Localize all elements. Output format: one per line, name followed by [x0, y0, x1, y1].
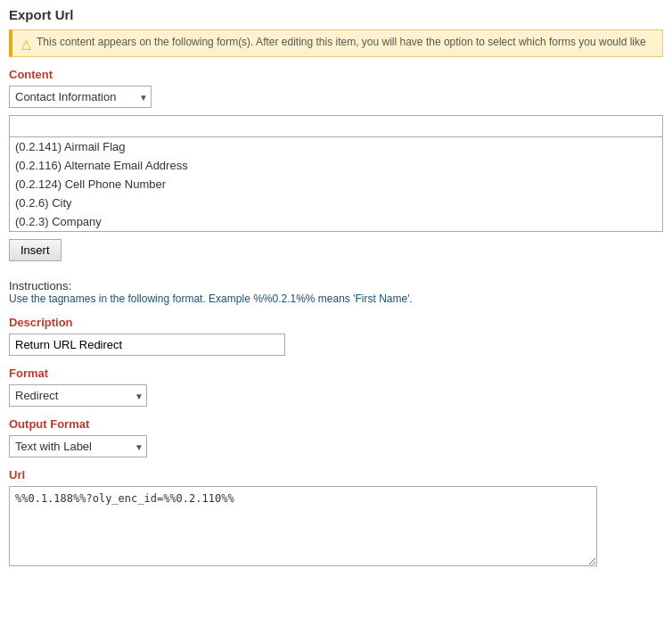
list-item[interactable]: (0.2.124) Cell Phone Number	[10, 175, 662, 194]
content-label: Content	[9, 68, 663, 81]
format-section: Format Redirect ▼	[9, 367, 663, 407]
output-format-label: Output Format	[9, 417, 663, 431]
output-format-section: Output Format Text with Label ▼	[9, 417, 663, 457]
output-format-dropdown-wrapper: Text with Label ▼	[9, 435, 147, 457]
url-label: Url	[9, 468, 663, 482]
description-input[interactable]	[9, 334, 285, 356]
instructions-text: Use the tagnames in the following format…	[9, 293, 663, 305]
url-textarea[interactable]	[9, 486, 597, 566]
description-section: Description	[9, 316, 663, 367]
content-section: Content Contact Information ▼ (0.2.141) …	[9, 68, 663, 270]
search-input[interactable]	[9, 115, 663, 137]
instructions-title: Instructions:	[9, 279, 663, 293]
content-dropdown-wrapper: Contact Information ▼	[9, 86, 152, 108]
warning-banner: △ This content appears on the following …	[9, 29, 663, 57]
format-dropdown-wrapper: Redirect ▼	[9, 384, 147, 407]
description-label: Description	[9, 316, 663, 329]
format-label: Format	[9, 367, 663, 380]
output-format-dropdown[interactable]: Text with Label	[9, 435, 147, 457]
items-listbox: (0.2.141) Airmail Flag(0.2.116) Alternat…	[9, 137, 663, 232]
list-item[interactable]: (0.2.116) Alternate Email Address	[10, 156, 662, 175]
list-item[interactable]: (0.2.3) Company	[10, 212, 662, 231]
url-section: Url	[9, 468, 663, 566]
warning-icon: △	[21, 37, 31, 51]
content-dropdown[interactable]: Contact Information	[9, 86, 152, 108]
page-container: Export Url △ This content appears on the…	[0, 0, 672, 584]
list-item[interactable]: (0.2.6) City	[10, 194, 662, 212]
format-dropdown[interactable]: Redirect	[9, 384, 147, 407]
list-item[interactable]: (0.2.141) Airmail Flag	[10, 137, 662, 156]
instructions-section: Instructions: Use the tagnames in the fo…	[9, 279, 663, 305]
page-title: Export Url	[9, 7, 663, 22]
warning-text: This content appears on the following fo…	[37, 36, 646, 48]
insert-button[interactable]: Insert	[9, 239, 61, 261]
